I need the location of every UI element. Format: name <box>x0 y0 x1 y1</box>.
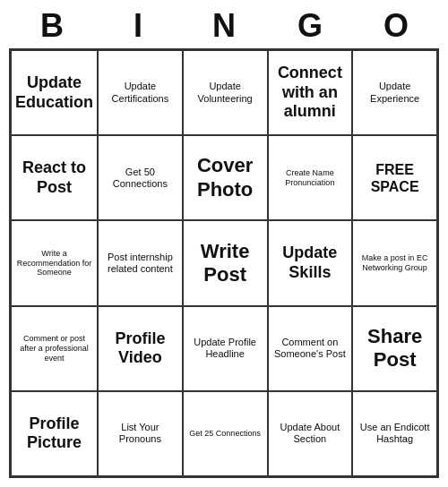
cell-1: Update Certifications <box>98 50 183 135</box>
cell-0: Update Education <box>11 50 98 135</box>
cell-20: Profile Picture <box>11 391 98 476</box>
cell-6: Get 50 Connections <box>98 135 183 220</box>
cell-9: FREE SPACE <box>352 135 437 220</box>
cell-18: Comment on Someone's Post <box>268 306 353 391</box>
cell-2: Update Volunteering <box>183 50 268 135</box>
cell-14: Make a post in EC Networking Group <box>352 220 437 305</box>
cell-11: Post internship related content <box>98 220 183 305</box>
cell-16: Profile Video <box>98 306 183 391</box>
cell-5: React to Post <box>11 135 98 220</box>
letter-n: N <box>185 7 263 45</box>
letter-b: B <box>13 7 90 45</box>
cell-8: Create Name Pronunciation <box>268 135 353 220</box>
cell-24: Use an Endicott Hashtag <box>352 391 437 476</box>
cell-12: Write Post <box>183 220 268 305</box>
cell-21: List Your Pronouns <box>98 391 183 476</box>
letter-o: O <box>358 7 435 45</box>
cell-15: Comment or post after a professional eve… <box>11 306 98 391</box>
bingo-header: B I N G O <box>9 7 439 45</box>
cell-3: Connect with an alumni <box>268 50 353 135</box>
cell-23: Update About Section <box>268 391 353 476</box>
letter-i: I <box>99 7 177 45</box>
cell-17: Update Profile Headline <box>183 306 268 391</box>
bingo-grid: Update EducationUpdate CertificationsUpd… <box>9 48 439 478</box>
letter-g: G <box>271 7 349 45</box>
cell-7: Cover Photo <box>183 135 268 220</box>
cell-10: Write a Recommendation for Someone <box>11 220 98 305</box>
cell-13: Update Skills <box>268 220 353 305</box>
cell-22: Get 25 Connections <box>183 391 268 476</box>
cell-4: Update Experience <box>352 50 437 135</box>
cell-19: Share Post <box>352 306 437 391</box>
